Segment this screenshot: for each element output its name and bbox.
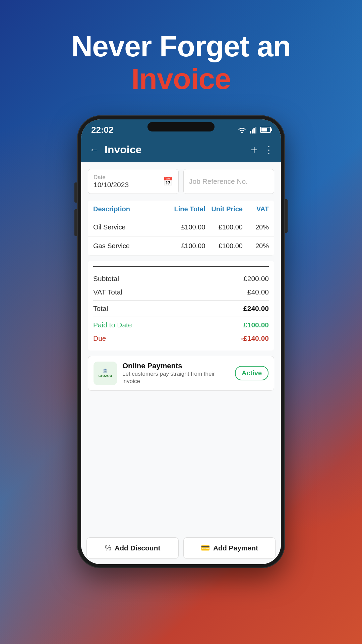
discount-icon: %	[105, 544, 111, 552]
wifi-icon	[237, 126, 247, 133]
row1-description: Oil Service	[93, 223, 168, 231]
due-value: -£140.00	[241, 334, 269, 342]
row1-unit-price: £100.00	[205, 223, 243, 231]
total-label: Total	[93, 305, 108, 313]
payment-label: Add Payment	[213, 544, 258, 552]
total-row: Total £240.00	[93, 302, 269, 315]
total-value: £240.00	[243, 305, 269, 313]
payments-info: Online Payments Let customers pay straig…	[122, 362, 230, 385]
battery-icon	[260, 127, 271, 133]
reference-placeholder: Job Reference No.	[189, 177, 248, 185]
phone-notch	[147, 122, 215, 131]
header-right: + ⋮	[251, 143, 273, 156]
row2-line-total: £100.00	[168, 242, 205, 250]
payments-logo-inner: 🏦 crezco	[98, 368, 112, 378]
battery-fill	[261, 128, 267, 131]
content-area: Date 10/10/2023 📅 Job Reference No. Desc…	[81, 162, 281, 533]
row1-line-total: £100.00	[168, 223, 205, 231]
date-label: Date	[94, 174, 129, 181]
reference-field[interactable]: Job Reference No.	[183, 169, 274, 194]
form-row: Date 10/10/2023 📅 Job Reference No.	[88, 169, 274, 194]
add-discount-button[interactable]: % Add Discount	[86, 537, 179, 559]
phone-frame: 22:02	[77, 115, 285, 568]
app-header: ← Invoice + ⋮	[81, 139, 281, 162]
row2-unit-price: £100.00	[205, 242, 243, 250]
phone-button-volume-up	[74, 182, 77, 203]
row2-vat: 20%	[243, 242, 269, 250]
status-time: 22:02	[91, 125, 114, 135]
vat-total-value: £40.00	[247, 288, 269, 296]
battery-tip	[271, 128, 272, 131]
signal-icon	[250, 126, 257, 133]
svg-rect-2	[253, 128, 255, 133]
hero-line1: Never Forget an	[71, 30, 291, 63]
paid-row: Paid to Date £100.00	[93, 318, 269, 332]
table-header: Description Line Total Unit Price VAT	[88, 201, 274, 218]
table-row[interactable]: Gas Service £100.00 £100.00 20%	[88, 237, 274, 256]
payments-description: Let customers pay straight from their in…	[122, 370, 230, 385]
more-options-button[interactable]: ⋮	[264, 144, 273, 155]
back-button[interactable]: ←	[89, 144, 99, 155]
bottom-bar: % Add Discount 💳 Add Payment	[81, 533, 281, 564]
vat-total-label: VAT Total	[93, 288, 122, 296]
svg-rect-1	[252, 129, 253, 133]
subtotal-label: Subtotal	[93, 275, 119, 283]
payments-logo: 🏦 crezco	[94, 362, 117, 385]
status-icons	[237, 126, 271, 133]
paid-value: £100.00	[243, 321, 269, 329]
active-badge[interactable]: Active	[235, 366, 268, 380]
totals-section: Subtotal £200.00 VAT Total £40.00 Total …	[88, 261, 274, 351]
separator-thin	[93, 300, 269, 301]
add-payment-button[interactable]: 💳 Add Payment	[183, 537, 276, 559]
due-label: Due	[93, 334, 106, 342]
divider-line	[93, 266, 269, 267]
paid-label: Paid to Date	[93, 321, 132, 329]
th-description: Description	[93, 205, 168, 213]
phone-screen: 22:02	[81, 119, 281, 564]
hero-section: Never Forget an Invoice	[71, 30, 291, 95]
date-field[interactable]: Date 10/10/2023 📅	[88, 169, 179, 194]
calendar-icon: 📅	[163, 177, 173, 186]
th-vat: VAT	[243, 205, 269, 213]
th-line-total: Line Total	[168, 205, 205, 213]
add-button[interactable]: +	[251, 143, 257, 156]
row1-vat: 20%	[243, 223, 269, 231]
date-value: 10/10/2023	[94, 181, 129, 189]
vat-total-row: VAT Total £40.00	[93, 285, 269, 299]
table-row[interactable]: Oil Service £100.00 £100.00 20%	[88, 218, 274, 237]
subtotal-value: £200.00	[243, 275, 269, 283]
date-content: Date 10/10/2023	[94, 174, 129, 189]
payment-icon: 💳	[201, 544, 210, 552]
header-left: ← Invoice	[89, 144, 141, 156]
phone-button-volume-down	[74, 209, 77, 236]
page-wrapper: Never Forget an Invoice 22:02	[0, 0, 362, 644]
svg-rect-0	[250, 131, 251, 133]
separator-thin-2	[93, 317, 269, 317]
row2-description: Gas Service	[93, 242, 168, 250]
payments-card[interactable]: 🏦 crezco Online Payments Let customers p…	[88, 356, 274, 391]
th-unit-price: Unit Price	[205, 205, 243, 213]
header-title: Invoice	[105, 144, 141, 156]
subtotal-row: Subtotal £200.00	[93, 272, 269, 285]
phone-button-power	[285, 199, 288, 233]
invoice-table: Description Line Total Unit Price VAT Oi…	[88, 201, 274, 256]
due-row: Due -£140.00	[93, 332, 269, 345]
payments-title: Online Payments	[122, 362, 230, 370]
hero-line2: Invoice	[71, 63, 291, 95]
svg-rect-3	[255, 127, 256, 133]
discount-label: Add Discount	[115, 544, 161, 552]
